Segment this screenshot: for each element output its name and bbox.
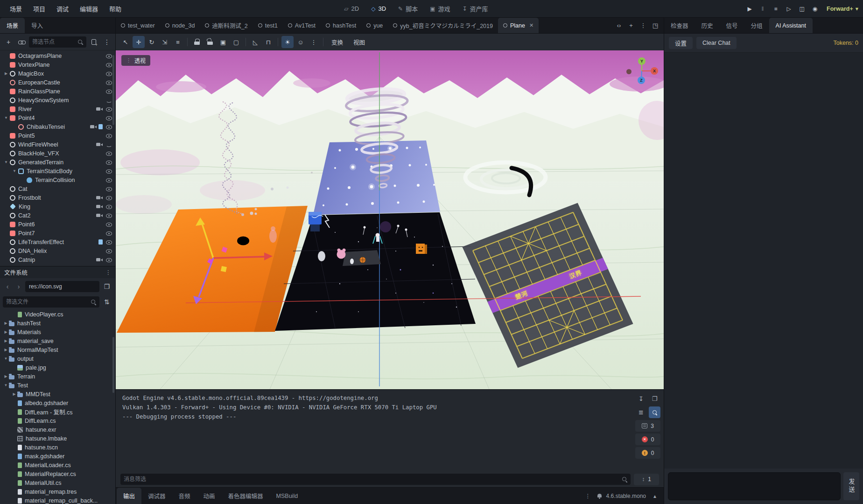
ungroup-button[interactable]: ▢ xyxy=(230,36,242,48)
visibility-toggle-icon[interactable] xyxy=(105,186,112,192)
script-badge-icon[interactable] xyxy=(98,239,103,245)
visibility-toggle-icon[interactable] xyxy=(105,230,112,236)
expand-arrow-icon[interactable] xyxy=(3,321,9,325)
expand-arrow-icon[interactable] xyxy=(11,169,18,173)
file-row[interactable]: hatsune.tscn xyxy=(0,443,115,452)
warnings-filter-badge[interactable]: 0 xyxy=(635,447,660,459)
file-row[interactable]: MaterialLoader.cs xyxy=(0,461,115,469)
visibility-toggle-icon[interactable] xyxy=(105,195,112,201)
scene-tree-scrollbar[interactable] xyxy=(112,55,114,125)
scene-tree-node[interactable]: RainGlassPlane xyxy=(0,87,115,96)
file-row[interactable]: MMDTest xyxy=(0,390,115,399)
view-menu[interactable]: 视图 xyxy=(349,36,370,49)
dock-tab[interactable]: 动画 xyxy=(197,488,222,504)
visibility-toggle-icon[interactable] xyxy=(105,150,112,156)
file-row[interactable]: DiffLearn.cs xyxy=(0,416,115,425)
scene-tab[interactable]: test_water xyxy=(116,18,160,33)
file-row[interactable]: material_save xyxy=(0,336,115,345)
filesystem-menu-button[interactable]: ⋮ xyxy=(105,269,112,276)
close-tab-icon[interactable]: ✕ xyxy=(529,22,533,28)
file-row[interactable]: MaterialReplacer.cs xyxy=(0,469,115,478)
scene-tree-node[interactable]: Point6 xyxy=(0,220,115,229)
message-filter-input[interactable] xyxy=(124,476,619,483)
transform-menu[interactable]: 变换 xyxy=(327,36,348,49)
expand-arrow-icon[interactable] xyxy=(3,330,9,334)
send-button[interactable]: 发送 xyxy=(843,472,859,500)
scene-tab[interactable]: 迪斯科测试_2 xyxy=(200,18,253,33)
scene-tab[interactable]: Av1Test xyxy=(283,18,321,33)
scene-tab[interactable]: test1 xyxy=(253,18,283,33)
visibility-toggle-icon[interactable] xyxy=(105,53,112,59)
expand-arrow-icon[interactable] xyxy=(3,357,9,361)
nav-forward-button[interactable]: › xyxy=(14,281,23,292)
dock-tab[interactable]: 导入 xyxy=(25,18,49,33)
scene-tree-node[interactable]: Cat2 xyxy=(0,211,115,220)
ai-settings-button[interactable]: 设置 xyxy=(669,37,693,49)
collapse-duplicates-badge[interactable]: ↕ 1 xyxy=(634,474,659,485)
visibility-toggle-icon[interactable] xyxy=(105,239,112,245)
add-scene-button[interactable]: + xyxy=(625,20,637,31)
movie-mode-button[interactable]: ◉ xyxy=(809,3,821,15)
select-tool[interactable]: ↖ xyxy=(119,36,132,48)
scene-tree-node[interactable]: DNA_Helix xyxy=(0,246,115,255)
sort-files-button[interactable]: ⇅ xyxy=(101,296,112,308)
instance-scene-button[interactable] xyxy=(16,36,27,48)
script-badge-icon[interactable] xyxy=(98,124,103,129)
dock-tab[interactable]: 场景 xyxy=(0,18,25,33)
scene-tree[interactable]: OctagramsPlane VortexPlane MagicBox Euro… xyxy=(0,50,115,266)
visibility-toggle-icon[interactable] xyxy=(105,177,112,183)
pause-button[interactable]: ‖ xyxy=(757,3,769,15)
dock-tab[interactable]: 音频 xyxy=(172,488,197,504)
menu-item[interactable]: 项目 xyxy=(28,2,50,15)
visibility-toggle-icon[interactable] xyxy=(105,221,112,227)
expand-arrow-icon[interactable] xyxy=(3,374,9,378)
attach-script-button[interactable] xyxy=(88,36,99,48)
scene-tab[interactable]: Plane ✕ xyxy=(498,18,539,33)
file-row[interactable]: output xyxy=(0,354,115,363)
axis-x-ball[interactable]: X xyxy=(651,67,658,75)
version-label[interactable]: 4.6.stable.mono xyxy=(606,493,646,499)
file-row[interactable]: pale.jpg xyxy=(0,363,115,372)
scene-tree-node[interactable]: River xyxy=(0,105,115,113)
preview-sunlight-button[interactable]: ☀ xyxy=(281,36,294,48)
scene-tab[interactable]: hashTest xyxy=(321,18,361,33)
dock-tab[interactable]: 着色器编辑器 xyxy=(222,488,270,504)
dock-tab[interactable]: MSBuild xyxy=(270,488,305,504)
visibility-toggle-icon[interactable] xyxy=(105,79,112,85)
scene-tree-node[interactable]: HeavySnowSystem xyxy=(0,96,115,105)
file-row[interactable]: albedo.gdshader xyxy=(0,399,115,407)
scene-tree-node[interactable]: WindFireWheel xyxy=(0,140,115,149)
visibility-toggle-icon[interactable] xyxy=(105,257,112,263)
list-select-tool[interactable]: ≡ xyxy=(172,36,184,48)
file-row[interactable]: Materials xyxy=(0,328,115,336)
file-row[interactable]: hatsune.exr xyxy=(0,425,115,434)
scene-tab[interactable]: node_3d xyxy=(160,18,200,33)
file-row[interactable]: VideoPlayer.cs xyxy=(0,310,115,319)
file-row[interactable]: MaterialUtil.cs xyxy=(0,478,115,487)
visibility-toggle-icon[interactable] xyxy=(105,88,112,94)
scene-tab[interactable]: yyb_初音ミクマジカルミライ_2019 xyxy=(388,18,498,33)
path-input[interactable] xyxy=(29,283,96,290)
visibility-toggle-icon[interactable] xyxy=(105,70,112,77)
dock-tab[interactable]: 输出 xyxy=(117,488,141,504)
messages-filter-badge[interactable]: 3 xyxy=(635,420,660,432)
expand-arrow-icon[interactable] xyxy=(3,116,9,120)
visibility-toggle-icon[interactable] xyxy=(105,115,112,121)
rotate-tool[interactable]: ↻ xyxy=(146,36,158,48)
file-row[interactable]: DiffLearn - 复制.cs xyxy=(0,407,115,416)
file-tree[interactable]: VideoPlayer.cs hashTest Materials materi… xyxy=(0,309,115,504)
notifications-bell-icon[interactable] xyxy=(597,493,602,499)
scene-tree-node[interactable]: VortexPlane xyxy=(0,60,115,69)
file-row[interactable]: material_remap_cull_back... xyxy=(0,496,115,504)
tab-nav-buttons[interactable]: ‹› xyxy=(613,20,624,31)
add-node-button[interactable]: + xyxy=(3,36,14,48)
stop-button[interactable]: ■ xyxy=(770,3,782,15)
scene-tree-node[interactable]: BlackHole_VFX xyxy=(0,149,115,158)
visibility-toggle-icon[interactable] xyxy=(105,124,112,130)
collapse-panel-button[interactable]: ▴ xyxy=(650,491,660,501)
expand-arrow-icon[interactable] xyxy=(11,392,17,396)
run-current-scene-button[interactable]: ▷ xyxy=(783,3,795,15)
panel-menu-button[interactable]: ⋮ xyxy=(583,491,593,501)
errors-filter-badge[interactable]: 0 xyxy=(635,434,660,445)
menu-item[interactable]: 调试 xyxy=(51,2,74,15)
